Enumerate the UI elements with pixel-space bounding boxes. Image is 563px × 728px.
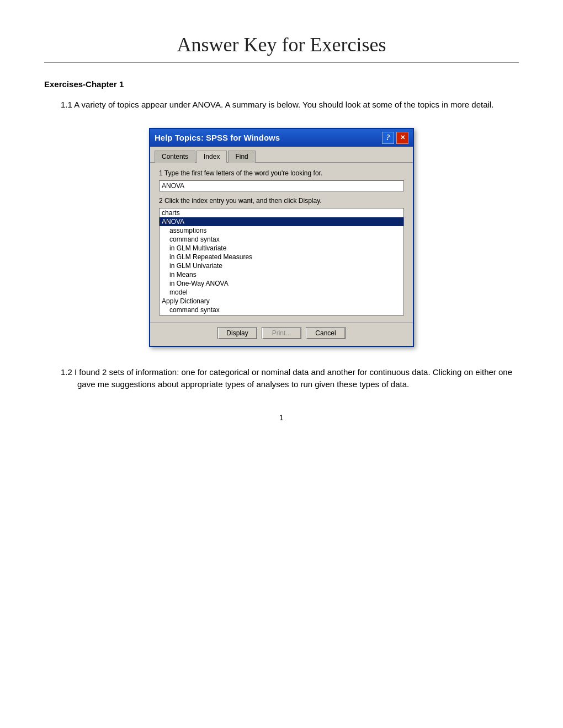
list-item[interactable]: area charts (160, 314, 403, 315)
exercise-1-1: 1.1 A variety of topics appear under ANO… (44, 99, 519, 111)
dialog-instruction-2: 2 Click the index entry you want, and th… (159, 197, 404, 205)
dialog-tabs: Contents Index Find (150, 147, 413, 163)
dialog-wrapper: Help Topics: SPSS for Windows ? ✕ Conten… (44, 128, 519, 347)
dialog-title: Help Topics: SPSS for Windows (155, 133, 280, 142)
list-item[interactable]: in GLM Univariate (160, 261, 403, 270)
exercise-1-2-number: 1.2 (61, 367, 72, 377)
chapter-label: Exercises-Chapter 1 (44, 79, 519, 89)
dialog-footer: Display Print... Cancel (150, 322, 413, 346)
exercise-1-2-text: 1.2 I found 2 sets of information: one f… (61, 366, 519, 391)
list-item[interactable]: model (160, 288, 403, 297)
exercise-1-2-content: I found 2 sets of information: one for c… (75, 367, 512, 389)
exercise-1-2: 1.2 I found 2 sets of information: one f… (44, 366, 519, 391)
list-item[interactable]: in GLM Repeated Measures (160, 253, 403, 261)
page-title-section: Answer Key for Exercises (44, 33, 519, 63)
tab-contents[interactable]: Contents (155, 151, 195, 163)
cancel-button[interactable]: Cancel (306, 327, 346, 339)
print-button[interactable]: Print... (262, 327, 301, 339)
exercise-1-1-content: A variety of topics appear under ANOVA. … (74, 100, 493, 109)
list-item[interactable]: ANOVA (160, 217, 403, 226)
list-item[interactable]: assumptions (160, 226, 403, 235)
list-item[interactable]: in Means (160, 270, 403, 279)
exercise-1-1-text: 1.1 A variety of topics appear under ANO… (61, 99, 519, 111)
titlebar-buttons: ? ✕ (382, 132, 408, 144)
list-item[interactable]: in GLM Multivariate (160, 244, 403, 253)
exercise-1-1-number: 1.1 (61, 100, 72, 109)
list-item[interactable]: command syntax (160, 235, 403, 244)
list-item[interactable]: Apply Dictionary (160, 297, 403, 306)
list-item[interactable]: in One-Way ANOVA (160, 279, 403, 288)
tab-index[interactable]: Index (196, 151, 227, 163)
list-item[interactable]: charts (160, 208, 403, 217)
display-button[interactable]: Display (217, 327, 257, 339)
dialog-titlebar: Help Topics: SPSS for Windows ? ✕ (150, 129, 413, 147)
dialog-body: 1 Type the first few letters of the word… (150, 163, 413, 322)
tab-find[interactable]: Find (228, 151, 255, 163)
help-button[interactable]: ? (382, 132, 394, 144)
help-topics-dialog: Help Topics: SPSS for Windows ? ✕ Conten… (149, 128, 414, 347)
list-item[interactable]: command syntax (160, 306, 403, 314)
listbox-inner[interactable]: chartsANOVAassumptionscommand syntaxin G… (160, 208, 403, 315)
page-title: Answer Key for Exercises (44, 33, 519, 56)
page-number: 1 (44, 413, 519, 422)
close-button[interactable]: ✕ (396, 132, 408, 144)
index-listbox[interactable]: chartsANOVAassumptionscommand syntaxin G… (159, 208, 404, 315)
dialog-instruction-1: 1 Type the first few letters of the word… (159, 169, 404, 177)
search-input[interactable] (159, 180, 404, 191)
